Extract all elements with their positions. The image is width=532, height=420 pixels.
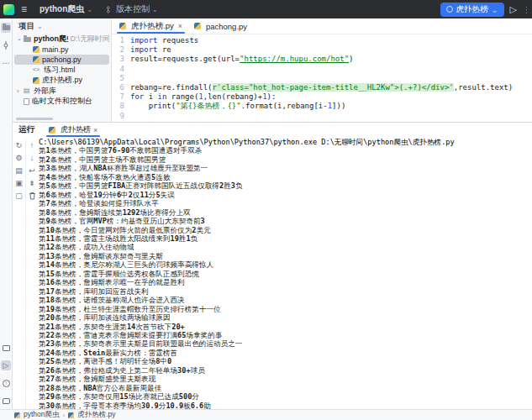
soft-wrap-icon[interactable]: ↩	[28, 165, 37, 175]
console-line: 第14条热榜，奥尼尔称湖人三巨头的罚球频率高得惊人	[39, 260, 532, 269]
breadcrumb-project[interactable]: python爬虫	[24, 410, 60, 420]
close-icon[interactable]: ×	[178, 22, 182, 30]
vcs-widget-button[interactable]: 版本控制 ⌄	[102, 2, 162, 17]
line-number: 7	[112, 92, 130, 102]
folder-icon	[24, 37, 31, 42]
tree-item[interactable]: 虎扑热榜.py	[14, 76, 109, 86]
console-line: 第7条热榜，哈登谈如何提升球队水平	[39, 199, 532, 207]
tab-pachong-file[interactable]: pachong.py	[188, 18, 253, 34]
console-line: 第30条热榜，字母哥本赛季场均30.9分10.9板6.6助	[39, 402, 532, 409]
editor-area[interactable]: 虎扑热榜.py × pachong.py 1import requests2im…	[112, 18, 532, 122]
hide-icon[interactable]: ▢	[14, 191, 24, 200]
code-line: 5	[112, 74, 532, 83]
python-file-icon	[119, 23, 126, 29]
code-token: ,len(rebang)+	[203, 92, 262, 101]
code-token: .format(i,rebang[i-	[241, 102, 328, 110]
project-panel: 项目 ⌄ ⌄python爬虫D:\无聊时间\pmain.pypachong.py…	[13, 18, 112, 122]
code-text: for i in range(1,len(rebang)+1):	[130, 92, 276, 102]
horizontal-scrollbar[interactable]	[16, 118, 53, 120]
console-tab[interactable]: 虎扑热榜 ×	[45, 123, 102, 137]
settings-gear-icon[interactable]: ⚙	[14, 153, 24, 162]
code-editor[interactable]: 1import requests2import re3result=reques…	[112, 34, 532, 122]
code-token: requests	[158, 36, 199, 45]
line-number: 6	[112, 83, 130, 92]
python-icon	[33, 77, 40, 84]
run-config-selector[interactable]: 虎扑热榜 ⌄	[440, 3, 504, 17]
commit-toolwindow-icon[interactable]	[1, 40, 11, 50]
code-text: import re	[130, 45, 171, 55]
tree-item[interactable]: 临时文件和控制台	[14, 96, 109, 106]
project-toolwindow-icon[interactable]	[1, 23, 11, 33]
chevron-down-icon: ⌄	[492, 5, 498, 14]
console-line: 第2条热榜，中国男篮主场不敌韩国男篮	[39, 155, 532, 164]
tree-item[interactable]: pachong.py	[14, 55, 109, 65]
breadcrumb-file[interactable]: 虎扑热榜.py	[77, 410, 115, 420]
more-tools-icon[interactable]: ⋯	[1, 58, 11, 68]
tree-item-label: 虎扑热榜.py	[42, 75, 82, 86]
tree-item[interactable]: ›外部库	[14, 86, 109, 96]
pin-tab-icon[interactable]: ▣	[14, 178, 24, 187]
breadcrumb-separator: ›	[63, 412, 66, 419]
tree-item[interactable]: ⌄python爬虫D:\无聊时间\p	[14, 34, 109, 44]
python-icon	[33, 46, 40, 53]
terminal-toolwindow-icon[interactable]	[1, 343, 11, 353]
python-file-icon	[49, 127, 55, 134]
chevron-right-icon[interactable]: ›	[17, 88, 24, 94]
tree-item-label: 练习.html	[44, 65, 76, 76]
tab-label: 虎扑热榜.py	[131, 21, 174, 32]
code-token: "https://m.hupu.com/hot"	[240, 55, 349, 63]
close-icon[interactable]: ×	[93, 126, 97, 134]
down-stack-trace-icon[interactable]: ↓	[28, 153, 37, 162]
more-actions-icon[interactable]: ⋮	[523, 5, 527, 14]
console-line: 第11条热榜，雷霆主场战胜太阳战绩来到19胜1负	[39, 234, 532, 243]
main-menu-icon[interactable]: ≡	[21, 3, 27, 15]
console-line: 第25条热榜，离谱手感！胡明轩全场8中0	[39, 357, 532, 365]
line-number: 4	[112, 65, 130, 74]
problems-toolwindow-icon[interactable]: !	[1, 378, 11, 388]
console-line: 第12条热榜，成功入住动物城	[39, 243, 532, 251]
up-stack-trace-icon[interactable]: ↑	[28, 140, 37, 150]
run-config-label: 虎扑热榜	[456, 4, 488, 15]
console-line: 第10条热榜，今日篮网对阵火箭的最低票价仅为2美元	[39, 226, 532, 234]
clear-console-icon[interactable]	[28, 191, 37, 200]
scroll-to-end-icon[interactable]: ⇟	[28, 178, 37, 187]
line-number: 1	[112, 36, 130, 45]
lib-icon	[24, 87, 31, 95]
run-button[interactable]: ▷	[510, 5, 517, 14]
code-token: import	[130, 45, 158, 54]
chevron-down-icon: ⌄	[87, 6, 92, 13]
rerun-icon[interactable]: ↻	[14, 140, 24, 150]
code-token: print(	[130, 102, 176, 110]
tree-item[interactable]: 练习.html	[14, 65, 109, 75]
code-token: in	[158, 92, 167, 101]
notifications-toolwindow-icon[interactable]	[1, 396, 11, 406]
chevron-down-icon[interactable]: ⌄	[17, 35, 24, 42]
code-line: 3result=requests.get(url="https://m.hupu…	[112, 55, 532, 64]
scratch-icon	[24, 98, 29, 105]
code-token: for	[130, 92, 144, 101]
branch-icon	[106, 6, 113, 13]
code-token: r'class="hot_hot-page-item-title__HL2Kw"…	[213, 83, 454, 92]
tree-item[interactable]: main.py	[14, 44, 109, 54]
tree-item-label: 外部库	[34, 86, 56, 97]
console-line: 第22条热榜，雷迪克表示詹姆斯未提要打满65场拿奖的事	[39, 331, 532, 339]
tool-window-stripe: ⋯ ▷ !	[0, 18, 13, 409]
python-project-icon	[14, 412, 20, 418]
code-token: ]))	[332, 102, 345, 110]
tab-hupu-file[interactable]: 虎扑热榜.py ×	[113, 18, 188, 34]
console-line: 第5条热榜，中国男篮FIBA正赛对阵韩国队近五战仅取得2胜3负	[39, 181, 532, 190]
console-line: 第27条热榜，詹姆斯盛赞里夫斯表现	[39, 375, 532, 383]
project-panel-header[interactable]: 项目 ⌄	[13, 18, 111, 34]
project-widget-button[interactable]: python爬虫 ⌄	[35, 2, 97, 17]
tree-item-label: python爬虫	[34, 34, 68, 45]
code-line: 6rebang=re.findall(r'class="hot_hot-page…	[112, 83, 532, 92]
console-output[interactable]: C:\Users\86139\AppData\Local\Programs\Py…	[39, 137, 532, 409]
line-number: 2	[112, 45, 130, 55]
console-line: 第4条热榜，快船客场不敌热火遭遇5连败	[39, 173, 532, 181]
editor-tabbar: 虎扑热榜.py × pachong.py	[112, 18, 532, 34]
tree-item-label: pachong.py	[42, 55, 82, 64]
run-toolwindow-icon[interactable]: ▷	[1, 360, 11, 370]
layout-icon[interactable]: ▤	[14, 165, 24, 175]
console-line: 第1条热榜，中国男篮76-90不敌韩国遭遇对手双杀	[39, 146, 532, 155]
console-panel-title: 运行	[18, 123, 34, 137]
